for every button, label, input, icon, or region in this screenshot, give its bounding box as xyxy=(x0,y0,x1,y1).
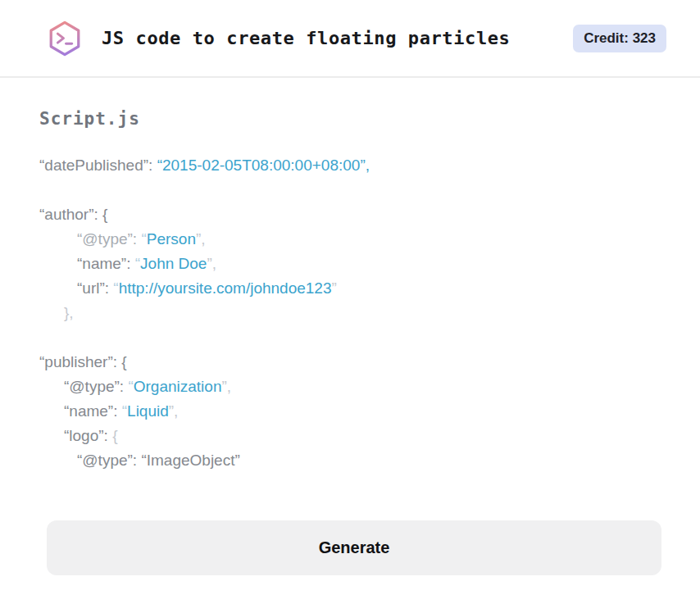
code-segment: { xyxy=(112,427,117,444)
code-segment: “name”: xyxy=(77,255,135,272)
code-segment: “@type”: xyxy=(64,378,128,395)
code-segment: http://yoursite.com/johndoe123 xyxy=(119,279,332,297)
code-line: “logo”: { xyxy=(39,424,661,448)
code-segment: }, xyxy=(64,304,74,321)
main-content: Script.js “datePublished”: “2015-02-05T0… xyxy=(0,109,700,473)
code-segment: “publisher”: { xyxy=(39,353,127,370)
code-line-blank xyxy=(39,178,661,202)
code-line: }, xyxy=(39,301,661,325)
hexagon-outline xyxy=(51,22,79,54)
code-segment: “datePublished”: xyxy=(39,157,157,174)
code-line: “author”: { xyxy=(39,202,661,227)
code-segment: ” xyxy=(332,279,337,297)
code-segment: John Doe xyxy=(140,255,207,272)
code-line: “@type”: “ImageObject” xyxy=(39,448,661,473)
code-segment: “@type”: xyxy=(77,230,141,247)
terminal-prompt-hexagon-icon xyxy=(46,18,84,59)
code-line: “datePublished”: “2015-02-05T08:00:00+08… xyxy=(39,153,661,178)
code-segment: “name”: xyxy=(64,402,122,420)
code-segment: Organization xyxy=(134,378,222,395)
code-line: “url”: “http://yoursite.com/johndoe123” xyxy=(39,276,661,301)
code-segment: ”, xyxy=(169,402,179,420)
code-segment: “@type”: “ImageObject” xyxy=(77,452,240,469)
code-segment: ”, xyxy=(207,255,216,272)
code-line: “publisher”: { xyxy=(39,350,661,375)
code-segment: “2015-02-05T08:00:00+08:00”, xyxy=(157,157,370,174)
code-segment: “logo”: xyxy=(64,427,112,444)
code-line: “@type”: “Person”, xyxy=(39,227,661,252)
generate-button[interactable]: Generate xyxy=(47,520,661,575)
code-segment: “url”: xyxy=(77,279,113,297)
code-line-blank xyxy=(39,325,661,350)
code-segment: “author”: { xyxy=(39,206,107,223)
chevron-right-icon xyxy=(57,34,63,43)
code-segment: Liquid xyxy=(127,402,169,420)
code-line: “name”: “Liquid”, xyxy=(39,399,661,424)
code-segment: ”, xyxy=(196,230,206,247)
credit-badge: Credit: 323 xyxy=(573,25,666,52)
filename-heading: Script.js xyxy=(39,109,661,129)
code-segment: ”, xyxy=(221,378,231,395)
code-line: “@type”: “Organization”, xyxy=(39,375,661,399)
code-segment: Person xyxy=(147,230,196,247)
code-line: “name”: “John Doe”, xyxy=(39,252,661,276)
page-title: JS code to create floating particles xyxy=(102,28,510,48)
button-row: Generate xyxy=(47,520,661,575)
code-block: “datePublished”: “2015-02-05T08:00:00+08… xyxy=(39,153,661,473)
header: JS code to create floating particles Cre… xyxy=(0,0,700,78)
